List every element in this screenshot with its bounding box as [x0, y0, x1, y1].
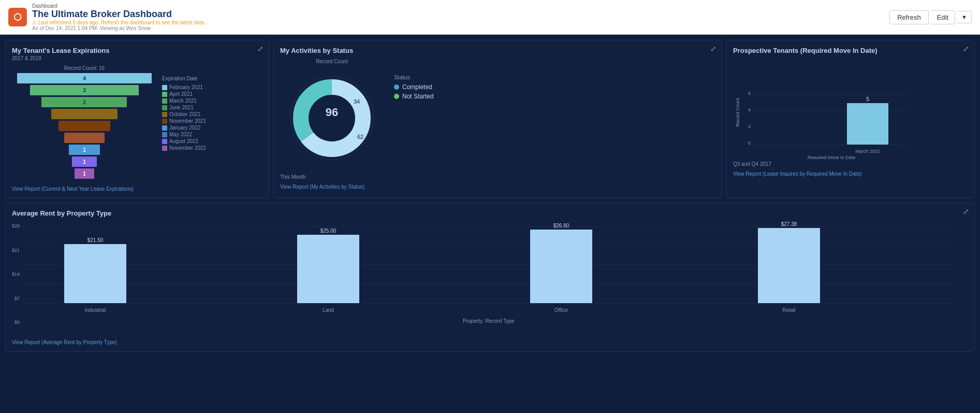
completed-label: Completed: [402, 83, 432, 91]
svg-text:$27.38: $27.38: [781, 221, 797, 227]
expand-prospective-icon[interactable]: ⤢: [963, 45, 969, 53]
svg-text:5: 5: [866, 96, 869, 102]
y-tick-28: $28: [12, 223, 20, 229]
record-count-donut-label: Record Count: [316, 59, 348, 64]
svg-text:1: 1: [83, 171, 86, 177]
refresh-button[interactable]: Refresh: [889, 10, 929, 24]
header-nav: Dashboard: [32, 3, 206, 9]
expand-activities-icon[interactable]: ⤢: [710, 45, 716, 53]
prospective-panel-title: Prospective Tenants (Required Move In Da…: [733, 47, 968, 54]
avg-rent-view-report[interactable]: View Report (Average Rent by Property Ty…: [12, 339, 968, 345]
legend-label-apr: April 2021: [169, 91, 193, 97]
legend-june: June 2021: [162, 105, 206, 110]
svg-text:Industrial: Industrial: [85, 307, 106, 313]
svg-text:34: 34: [354, 98, 360, 105]
svg-text:Land: Land: [323, 307, 334, 313]
activities-panel-title: My Activities by Status: [280, 47, 715, 54]
expand-lease-icon[interactable]: ⤢: [257, 45, 264, 53]
dashboard: ⤢ My Tenant's Lease Expirations 2017 & 2…: [0, 35, 980, 357]
alert-text: ⚠ Last refreshed 5 days ago. Refresh thi…: [32, 20, 206, 25]
top-row: ⤢ My Tenant's Lease Expirations 2017 & 2…: [5, 40, 975, 198]
legend-label-nov22: November 2022: [169, 145, 206, 151]
prospective-view-report[interactable]: View Report (Lease Inquires by Required …: [733, 171, 968, 177]
y-tick-21: $21: [12, 248, 20, 253]
svg-text:Record Count: Record Count: [735, 98, 740, 127]
svg-text:0: 0: [748, 140, 751, 146]
legend-nov22: November 2022: [162, 145, 206, 151]
header-left: ⬡ Dashboard The Ultimate Broker Dashboar…: [8, 3, 206, 31]
activities-view-report[interactable]: View Report (My Activities by Status): [280, 184, 715, 190]
legend-box-jun: [162, 105, 167, 110]
this-month-section: This Month View Report (My Activities by…: [280, 174, 715, 190]
legend-february: February 2021: [162, 84, 206, 90]
legend-box-apr: [162, 92, 167, 97]
y-axis: Average Lease Rate /SF $28 $21 $14 $7 $0: [12, 221, 23, 335]
legend-box-nov21: [162, 119, 167, 124]
legend-oct: October 2021: [162, 111, 206, 117]
prospective-panel: ⤢ Prospective Tenants (Required Move In …: [726, 40, 975, 198]
svg-text:3: 3: [83, 87, 86, 93]
status-label: Status: [394, 74, 434, 80]
expiration-date-label: Expiration Date: [162, 76, 206, 81]
activities-legend: Status Completed Not Started: [394, 74, 434, 100]
legend-label-mar: March 2021: [169, 98, 197, 104]
legend-jan22: January 2022: [162, 125, 206, 131]
svg-rect-8: [64, 133, 105, 143]
lease-view-report[interactable]: View Report (Current & Next Year Lease E…: [12, 186, 262, 192]
legend-box-nov22: [162, 146, 167, 151]
svg-rect-46: [530, 230, 592, 303]
not-started-dot: [394, 94, 399, 99]
y-tick-7: $7: [14, 296, 20, 301]
header-actions: Refresh Edit ▼: [889, 10, 972, 24]
legend-label-feb: February 2021: [169, 84, 203, 90]
svg-text:Required Move In Date: Required Move In Date: [808, 155, 856, 159]
dropdown-button[interactable]: ▼: [957, 11, 972, 23]
svg-text:4: 4: [748, 107, 751, 112]
svg-text:Office: Office: [554, 307, 568, 313]
header-alerts: ⚠ Last refreshed 5 days ago. Refresh thi…: [32, 20, 206, 31]
funnel-chart: 4 3 2 1: [14, 73, 154, 182]
donut-chart: 96 34 62: [280, 66, 384, 170]
svg-text:62: 62: [357, 134, 363, 140]
legend-box-jan22: [162, 125, 167, 131]
lease-panel-subtitle: 2017 & 2018: [12, 55, 262, 61]
svg-text:96: 96: [326, 106, 338, 119]
svg-rect-31: [847, 103, 888, 145]
prospective-subtitle: Q3 and Q4 2017: [733, 161, 968, 167]
legend-label-oct: October 2021: [169, 111, 201, 117]
svg-text:1: 1: [83, 147, 86, 153]
svg-text:$25.00: $25.00: [320, 228, 337, 234]
svg-rect-7: [58, 121, 110, 131]
svg-text:Property: Record Type: Property: Record Type: [463, 318, 515, 324]
avg-rent-panel: ⤢ Average Rent by Property Type Average …: [5, 203, 975, 352]
this-month-text: This Month: [280, 174, 715, 180]
not-started-legend: Not Started: [394, 93, 434, 100]
svg-text:Retail: Retail: [782, 307, 796, 313]
lease-panel: ⤢ My Tenant's Lease Expirations 2017 & 2…: [5, 40, 269, 198]
legend-may22: May 2022: [162, 132, 206, 137]
completed-legend: Completed: [394, 83, 434, 91]
legend-aug22: August 2022: [162, 138, 206, 144]
lease-panel-title: My Tenant's Lease Expirations: [12, 47, 262, 54]
svg-text:4: 4: [83, 75, 86, 81]
legend-box-feb: [162, 85, 167, 90]
header-title: The Ultimate Broker Dashboard: [32, 9, 206, 20]
y-tick-14: $14: [12, 272, 20, 277]
svg-text:6: 6: [748, 91, 751, 96]
edit-button[interactable]: Edit: [931, 10, 955, 24]
donut-wrapper: Record Count 96: [280, 59, 384, 170]
header-titles: Dashboard The Ultimate Broker Dashboard …: [32, 3, 206, 31]
y-tick-0: $0: [14, 320, 20, 325]
activities-panel: ⤢ My Activities by Status Record Count: [273, 40, 722, 198]
legend-box-may22: [162, 132, 167, 137]
expand-avg-rent-icon[interactable]: ⤢: [963, 207, 969, 216]
funnel-container: Record Count: 16 4 3 2: [12, 65, 157, 182]
svg-text:2: 2: [748, 124, 751, 129]
svg-text:2: 2: [83, 99, 86, 105]
legend-label-nov21: November 2021: [169, 118, 206, 124]
legend-label-jan22: January 2022: [169, 125, 201, 131]
prospective-bar-chart: Record Count 0 2 4 6 5 March 2022: [733, 55, 919, 159]
prospective-content: Record Count 0 2 4 6 5 March 2022: [733, 55, 968, 159]
legend-march: March 2021: [162, 98, 206, 104]
avg-rent-chart-wrapper: Average Lease Rate /SF $28 $21 $14 $7 $0…: [12, 221, 968, 335]
